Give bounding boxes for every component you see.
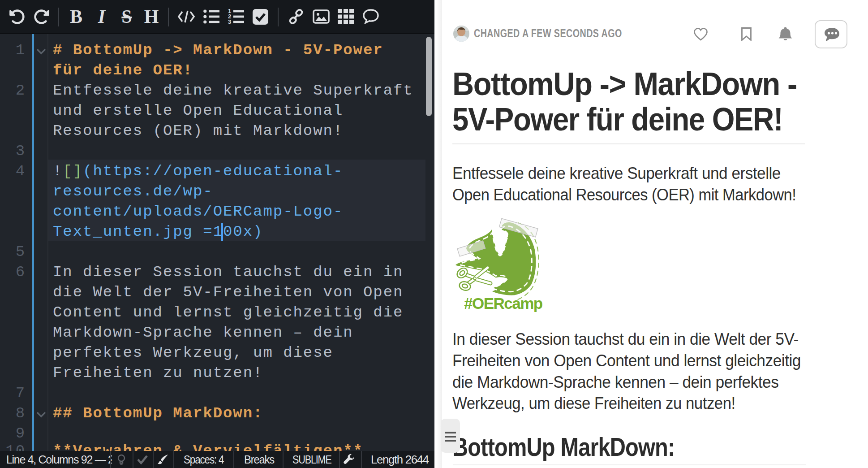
svg-text:3: 3 [228,18,231,25]
svg-text:#OERcamp: #OERcamp [464,295,542,312]
